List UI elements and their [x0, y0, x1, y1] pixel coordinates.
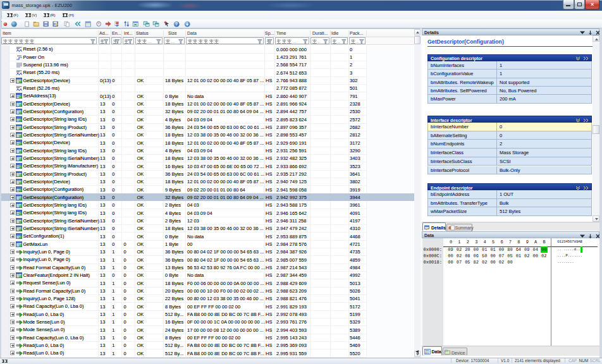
svg-text:011: 011	[425, 351, 429, 354]
